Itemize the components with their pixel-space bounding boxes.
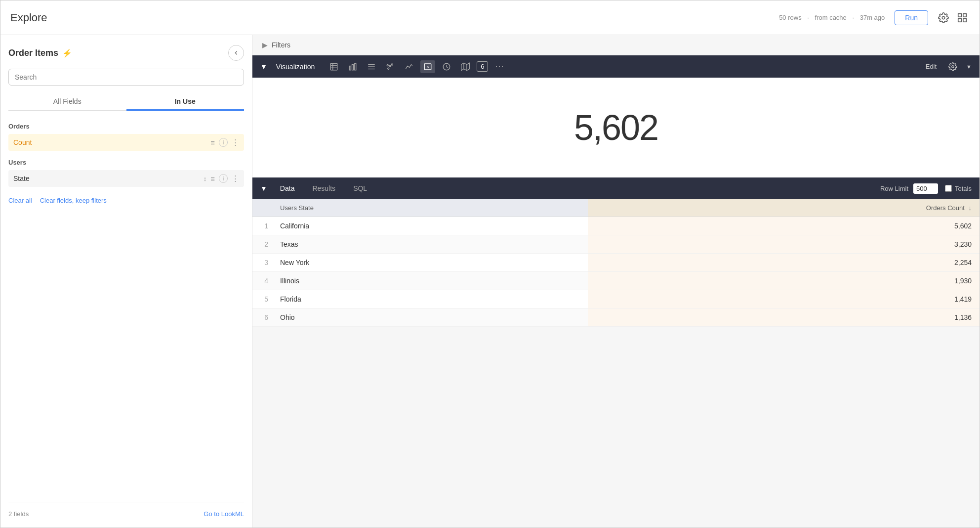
go-to-lookml-button[interactable]: Go to LookML: [204, 510, 244, 518]
viz-dropdown-chevron[interactable]: ▼: [966, 64, 972, 70]
col-users-state[interactable]: Users State: [272, 199, 588, 217]
sidebar-title: Order Items: [8, 48, 58, 58]
sidebar-footer: 2 fields Go to LookML: [8, 502, 244, 518]
field-icons-state: ↕ ≡ i ⋮: [204, 174, 239, 183]
totals-checkbox[interactable]: [945, 185, 952, 192]
row-num: 4: [252, 272, 272, 290]
table-row: 6 Ohio 1,136: [252, 308, 980, 327]
svg-rect-5: [330, 63, 337, 70]
sidebar-header: Order Items ⚡: [8, 45, 244, 61]
state-cell: New York: [272, 254, 588, 272]
svg-marker-22: [461, 63, 470, 70]
count-cell: 5,602: [588, 217, 980, 235]
state-cell: Ohio: [272, 308, 588, 327]
viz-tool-table[interactable]: [327, 60, 341, 73]
viz-tool-bar[interactable]: [345, 60, 360, 73]
settings-icon[interactable]: [936, 10, 951, 25]
viz-title: Visualization: [276, 63, 315, 71]
tab-data[interactable]: Data: [272, 181, 303, 195]
visualization-panel: ▼ Visualization: [252, 55, 980, 177]
main-layout: Order Items ⚡ All Fields In Use Orders C…: [0, 35, 980, 528]
search-input[interactable]: [8, 69, 244, 86]
viz-tool-list[interactable]: [364, 60, 379, 73]
users-group-label: Users: [8, 159, 244, 166]
viz-tool-area[interactable]: 6: [420, 60, 435, 73]
clear-all-button[interactable]: Clear all: [8, 197, 32, 204]
row-num: 5: [252, 290, 272, 308]
viz-edit-label[interactable]: Edit: [926, 63, 937, 70]
filters-label: Filters: [272, 41, 290, 49]
tab-sql[interactable]: SQL: [345, 181, 375, 195]
count-cell: 1,136: [588, 308, 980, 327]
clear-fields-keep-filters-button[interactable]: Clear fields, keep filters: [40, 197, 107, 204]
info-icon-state[interactable]: i: [219, 174, 228, 183]
count-cell: 3,230: [588, 235, 980, 254]
grid-icon[interactable]: [955, 10, 970, 25]
filter-icon[interactable]: ≡: [210, 138, 215, 147]
tab-all-fields[interactable]: All Fields: [8, 93, 126, 111]
viz-tool-more[interactable]: ···: [492, 59, 507, 74]
data-chevron-icon: ▼: [260, 184, 267, 192]
sidebar: Order Items ⚡ All Fields In Use Orders C…: [0, 35, 252, 528]
more-icon[interactable]: ⋮: [232, 138, 239, 147]
orders-group-label: Orders: [8, 123, 244, 130]
totals-check: Totals: [945, 185, 972, 192]
viz-tool-line[interactable]: [402, 60, 416, 73]
field-name-state: State: [13, 175, 30, 182]
header: Explore 50 rows · from cache · 37m ago R…: [0, 0, 980, 35]
cache-label: from cache: [815, 14, 847, 21]
row-num: 6: [252, 308, 272, 327]
svg-text:6: 6: [427, 65, 429, 69]
data-toolbar: ▼ Data Results SQL Row Limit Totals: [252, 177, 980, 199]
header-icons: [936, 10, 970, 25]
time-ago: 37m ago: [860, 14, 885, 21]
viz-tool-number[interactable]: 6: [477, 61, 488, 72]
more-icon-state[interactable]: ⋮: [232, 174, 239, 183]
tab-in-use[interactable]: In Use: [126, 93, 245, 111]
svg-rect-3: [958, 18, 961, 21]
count-cell: 1,930: [588, 272, 980, 290]
filter-icon-state[interactable]: ≡: [210, 175, 215, 183]
filters-bar[interactable]: ▶ Filters: [252, 35, 980, 55]
svg-rect-2: [963, 13, 966, 16]
svg-point-17: [391, 64, 393, 65]
data-table: Users State Orders Count ↓ 1 California …: [252, 199, 980, 528]
viz-tool-scatter[interactable]: [383, 60, 398, 73]
table-row: 1 California 5,602: [252, 217, 980, 235]
sidebar-title-row: Order Items ⚡: [8, 48, 72, 58]
viz-content: 5,602: [252, 78, 980, 177]
viz-settings-button[interactable]: [946, 60, 959, 73]
content-area: ▶ Filters ▼ Visualization: [252, 35, 980, 528]
row-limit-label: Row Limit: [880, 185, 908, 192]
col-orders-count[interactable]: Orders Count ↓: [588, 199, 980, 217]
pivot-icon[interactable]: ↕: [204, 175, 207, 182]
row-num: 2: [252, 235, 272, 254]
viz-toolbar: ▼ Visualization: [252, 55, 980, 78]
field-item-count[interactable]: Count ≡ i ⋮: [8, 134, 244, 151]
dot2: ·: [852, 14, 854, 21]
svg-point-16: [390, 65, 391, 67]
users-section: Users State ↕ ≡ i ⋮: [8, 157, 244, 191]
viz-tool-clock[interactable]: [439, 60, 454, 73]
sort-icon: ↓: [969, 204, 972, 212]
collapse-sidebar-button[interactable]: [228, 45, 244, 61]
count-cell: 2,254: [588, 254, 980, 272]
dot1: ·: [807, 14, 809, 21]
info-icon[interactable]: i: [219, 138, 228, 147]
tab-results[interactable]: Results: [304, 181, 343, 195]
run-button[interactable]: Run: [895, 10, 928, 25]
viz-big-number: 5,602: [574, 107, 658, 148]
table-row: 3 New York 2,254: [252, 254, 980, 272]
rows-count: 50 rows: [779, 14, 802, 21]
lightning-icon: ⚡: [62, 48, 72, 58]
field-name-count: Count: [13, 138, 32, 146]
field-tabs: All Fields In Use: [8, 93, 244, 111]
filters-chevron-icon: ▶: [262, 41, 268, 49]
viz-tools: 6 6 ···: [327, 59, 507, 74]
field-icons-count: ≡ i ⋮: [210, 138, 239, 147]
viz-tool-map[interactable]: [458, 60, 473, 73]
svg-point-18: [387, 64, 388, 66]
row-limit-input[interactable]: [913, 183, 938, 194]
table-row: 2 Texas 3,230: [252, 235, 980, 254]
field-item-state[interactable]: State ↕ ≡ i ⋮: [8, 170, 244, 187]
